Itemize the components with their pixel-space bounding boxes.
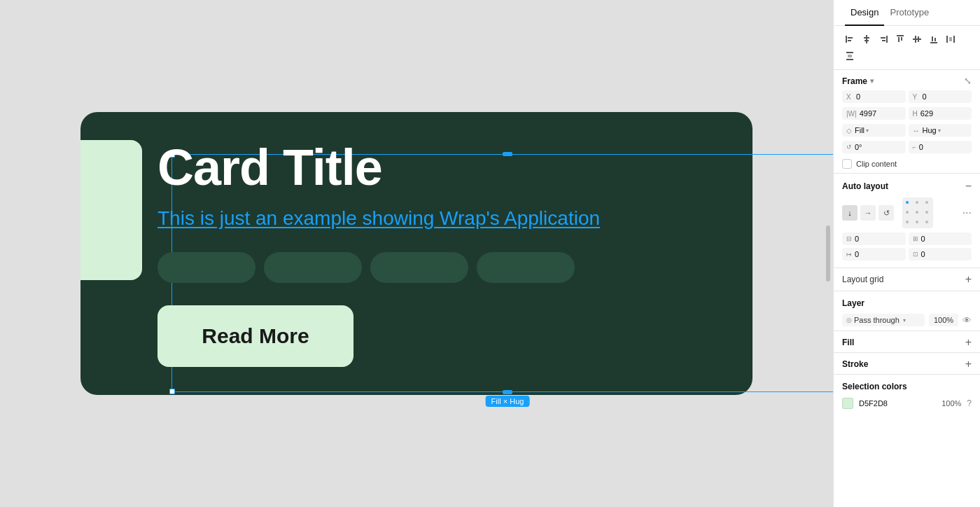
svg-rect-0: [846, 36, 847, 43]
align-bottom-btn[interactable]: [926, 32, 941, 47]
card-subtitle: This is just an example showing Wrap's A…: [158, 207, 724, 230]
selection-colors-section: Selection colors D5F2D8 100% ?: [834, 376, 980, 417]
distribute-v-btn[interactable]: [842, 48, 858, 64]
direction-wrap[interactable]: ↺: [878, 205, 894, 221]
fill-add-btn[interactable]: +: [965, 337, 972, 348]
selection-color-hex[interactable]: D5F2D8: [859, 399, 936, 408]
read-more-text: Read More: [202, 324, 309, 348]
svg-rect-7: [881, 37, 886, 39]
align-left-btn[interactable]: [842, 32, 858, 47]
y-field[interactable]: Y 0: [909, 90, 972, 103]
al-dot-br[interactable]: [925, 221, 928, 223]
y-label: Y: [913, 93, 920, 101]
w-field[interactable]: |W| 4997: [842, 107, 906, 120]
auto-layout-minus[interactable]: −: [965, 181, 972, 192]
svg-rect-2: [848, 40, 851, 41]
selection-color-help[interactable]: ?: [967, 398, 972, 408]
svg-rect-6: [886, 36, 888, 43]
card-tag-1: [158, 252, 255, 283]
align-top-btn[interactable]: [892, 32, 908, 47]
layout-grid-row: Layout grid +: [834, 270, 980, 289]
al-dot-ml[interactable]: [906, 211, 909, 214]
layout-grid-add[interactable]: +: [965, 274, 972, 285]
h-value: 629: [920, 109, 933, 118]
hug-value: Hug ▾: [923, 126, 941, 134]
al-padding-value: 0: [921, 235, 925, 243]
card-tags: [158, 252, 724, 283]
tab-prototype[interactable]: Prototype: [884, 0, 934, 26]
svg-rect-12: [913, 39, 921, 40]
al-dot-tr[interactable]: [925, 201, 928, 204]
h-label: H: [913, 110, 918, 118]
corner-value: 0: [919, 143, 923, 151]
al-dot-bc[interactable]: [916, 221, 918, 223]
layer-opacity-value: 100%: [934, 316, 953, 324]
svg-rect-22: [846, 59, 853, 60]
auto-layout-more[interactable]: ···: [962, 207, 972, 219]
al-dot-mr[interactable]: [925, 211, 928, 214]
handle-bc[interactable]: [503, 390, 512, 394]
selection-color-swatch[interactable]: [842, 398, 853, 409]
fill-dropdown[interactable]: ◇ Fill ▾: [842, 124, 906, 137]
x-field[interactable]: X 0: [842, 90, 906, 103]
right-panel: Design Prototype Frame: [833, 0, 980, 507]
divider-4: [834, 331, 980, 331]
al-dot-tc[interactable]: [916, 201, 918, 204]
al-dot-mc[interactable]: [916, 211, 918, 214]
al-left-value: 0: [855, 250, 859, 258]
transform-row: ↺ 0° ⌐ 0: [834, 139, 980, 156]
align-middle-btn[interactable]: [909, 32, 925, 47]
distribute-h-btn[interactable]: [943, 32, 958, 47]
selection-color-opacity: 100%: [941, 399, 961, 408]
divider-2: [834, 268, 980, 268]
handle-bl[interactable]: [169, 389, 175, 394]
card-tag-2: [264, 252, 362, 283]
corner-field[interactable]: ⌐ 0: [909, 141, 972, 153]
svg-rect-10: [898, 37, 899, 42]
auto-layout-content: ↓ → ↺ ··· ⊟ 0 ⊞: [834, 195, 980, 266]
al-gap-field[interactable]: ⊟ 0: [842, 232, 906, 245]
x-value: 0: [856, 92, 860, 101]
svg-rect-15: [930, 42, 937, 43]
wh-row: |W| 4997 H 629: [834, 106, 980, 123]
layer-mode-dropdown[interactable]: ◎ Pass through ▾: [842, 314, 925, 326]
svg-rect-14: [918, 36, 919, 42]
selection-color-row: D5F2D8 100% ?: [842, 396, 972, 411]
stroke-section-row: Stroke +: [834, 354, 980, 373]
direction-right[interactable]: →: [860, 205, 876, 221]
visibility-toggle[interactable]: 👁: [962, 315, 972, 326]
al-right-field[interactable]: ⊡ 0: [909, 248, 972, 261]
frame-expand-icon[interactable]: ▾: [870, 77, 874, 85]
clip-content-checkbox[interactable]: [842, 159, 852, 169]
al-dot-tl[interactable]: [906, 201, 909, 204]
svg-rect-9: [897, 35, 904, 36]
stroke-add-btn[interactable]: +: [965, 359, 972, 370]
divider-3: [834, 291, 980, 291]
h-field[interactable]: H 629: [909, 107, 972, 120]
align-right-btn[interactable]: [876, 32, 891, 47]
al-padding-field[interactable]: ⊞ 0: [909, 232, 972, 245]
selection-colors-header: Selection colors: [842, 380, 972, 396]
direction-down[interactable]: ↓: [842, 205, 858, 221]
card-title: Card Title: [158, 140, 724, 195]
svg-rect-17: [934, 38, 936, 41]
fill-value: Fill ▾: [855, 126, 869, 134]
canvas-scrollbar[interactable]: [826, 225, 830, 282]
tab-design[interactable]: Design: [845, 0, 884, 26]
frame-resize-icon[interactable]: ⤡: [964, 76, 972, 86]
card-tag-4: [477, 252, 575, 283]
svg-rect-19: [953, 36, 955, 43]
direction-row: ↓ → ↺ ···: [842, 197, 972, 228]
layer-title: Layer: [842, 298, 864, 308]
align-center-h-btn[interactable]: [859, 32, 874, 47]
frame-label: Frame: [842, 76, 867, 86]
hug-dropdown[interactable]: ↔ Hug ▾: [909, 124, 972, 137]
layer-mode-value: Pass through: [854, 316, 899, 324]
canvas-area: Fill × Hug Card Title This is just an ex…: [0, 0, 833, 507]
al-left-field[interactable]: ↦ 0: [842, 248, 906, 261]
frame-section-header: Frame ▾ ⤡: [834, 70, 980, 89]
rotation-field[interactable]: ↺ 0°: [842, 141, 906, 153]
al-dot-bl[interactable]: [906, 221, 909, 223]
layer-opacity-field[interactable]: 100%: [929, 314, 958, 326]
read-more-button[interactable]: Read More: [158, 305, 354, 367]
